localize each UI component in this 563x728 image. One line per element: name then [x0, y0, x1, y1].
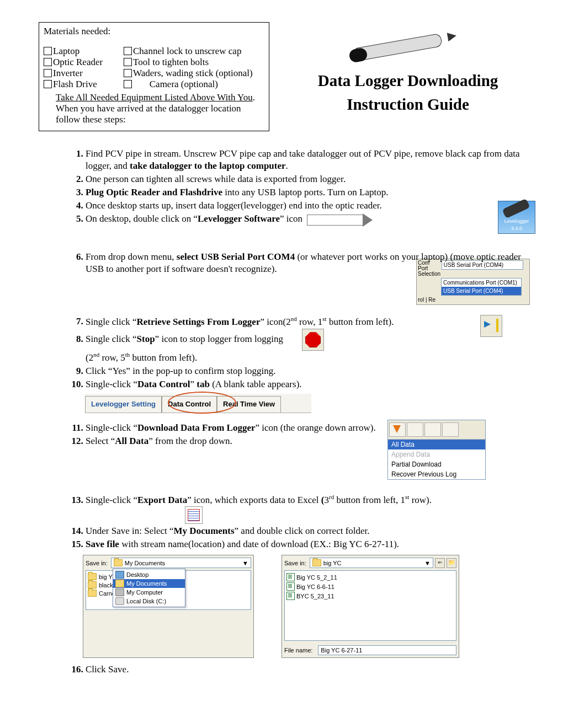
download-arrow-icon[interactable]: [389, 422, 406, 437]
folder-icon: [88, 590, 97, 597]
step-8: Single click “Stop” icon to stop logger …: [86, 329, 530, 364]
nav-back-button[interactable]: ⇐: [435, 558, 445, 568]
material-item: Optic Reader: [53, 57, 103, 67]
material-item: Tool to tighten bolts: [133, 57, 209, 67]
step-16: Click Save.: [86, 663, 530, 676]
excel-file-icon: [286, 592, 295, 600]
checkbox[interactable]: [44, 69, 52, 77]
material-item: Channel lock to unscrew cap: [133, 46, 241, 56]
checkbox[interactable]: [44, 58, 52, 66]
step-2: One person can tighten all screws while …: [86, 173, 530, 185]
folder-icon: [88, 581, 97, 588]
step-3: Plug Optic Reader and Flashdrive into an…: [86, 186, 530, 199]
tab-data-control[interactable]: Data Control: [162, 396, 217, 413]
file-item[interactable]: BYC 5_23_11: [296, 593, 334, 599]
material-item: Flash Drive: [53, 79, 97, 89]
step-15: Save file with stream name(location) and…: [86, 538, 530, 550]
save-dialog-1: Save in: My Documents▼ big YC blackli Ca…: [83, 555, 254, 658]
com-port-dropdown[interactable]: Com Port Selection USB Serial Port (COM4…: [416, 259, 530, 305]
export-data-icon[interactable]: [185, 506, 203, 524]
nav-up-button[interactable]: 📁: [447, 558, 456, 568]
step-13: Single-click “Export Data” icon, which e…: [86, 493, 530, 524]
material-item: Waders, wading stick (optional): [133, 68, 253, 78]
dropdown-option-selected[interactable]: All Data: [388, 440, 485, 449]
computer-icon: [115, 588, 124, 596]
folder-icon: [312, 559, 321, 566]
checkbox[interactable]: [44, 47, 52, 55]
arrow-icon: [307, 215, 363, 226]
disk-icon: [115, 597, 124, 605]
doc-title-1: Data Logger Downloading: [286, 72, 530, 90]
popup-item[interactable]: My Computer: [126, 589, 163, 596]
levelogger-pen-image: [347, 28, 469, 61]
checkbox[interactable]: [124, 69, 132, 77]
folder-icon: [88, 573, 97, 580]
checkbox[interactable]: [44, 80, 52, 88]
toolbar-button[interactable]: [407, 422, 423, 437]
com-port-option-selected[interactable]: USB Serial Port (COM4): [442, 287, 521, 295]
popup-item-selected[interactable]: My Documents: [126, 580, 167, 587]
folder-icon: [115, 580, 124, 587]
folder-popup: Desktop My Documents My Computer Local D…: [113, 569, 185, 607]
save-in-combo[interactable]: My Documents▼: [111, 558, 251, 568]
checkbox[interactable]: [124, 47, 132, 55]
material-item: Laptop: [53, 46, 79, 56]
checkbox[interactable]: [124, 58, 132, 66]
desktop-icon: [115, 571, 124, 579]
materials-title: Materials needed:: [44, 26, 264, 37]
tab-levelogger-setting[interactable]: Levelogger Setting: [85, 396, 162, 413]
step-14: Under Save in: Select “My Documents” and…: [86, 525, 530, 537]
tabs-screenshot: Levelogger Setting Data Control Real Tim…: [85, 394, 311, 413]
toolbar-button[interactable]: [424, 422, 441, 437]
save-in-combo[interactable]: big YC▼: [310, 558, 433, 568]
instruction-list: Find PCV pipe in stream. Unscrew PCV pip…: [39, 148, 530, 226]
step-7: Single click “Retrieve Settings From Log…: [86, 315, 530, 328]
dropdown-option[interactable]: Partial Download: [388, 459, 485, 469]
folder-icon: [114, 559, 123, 566]
checkbox[interactable]: [124, 80, 132, 88]
material-item: Inverter: [53, 68, 83, 78]
dropdown-option[interactable]: Append Data: [388, 449, 485, 459]
popup-item[interactable]: Local Disk (C:): [126, 598, 166, 604]
step-1: Find PCV pipe in stream. Unscrew PCV pip…: [86, 148, 530, 172]
excel-file-icon: [286, 582, 295, 591]
stop-icon[interactable]: [302, 329, 324, 351]
excel-file-icon: [286, 573, 295, 581]
file-item[interactable]: Big YC 6-6-11: [296, 584, 334, 590]
materials-box: Materials needed: Laptop Optic Reader In…: [39, 22, 269, 131]
tab-real-time-view[interactable]: Real Time View: [217, 396, 281, 413]
retrieve-settings-icon[interactable]: [480, 315, 502, 337]
doc-title-2: Instruction Guide: [286, 95, 530, 114]
materials-note-underline: Take All Needed Equipment Listed Above W…: [56, 92, 253, 103]
step-10: Single-click “Data Control” tab (A blank…: [86, 378, 530, 390]
step-6: From drop down menu, select USB Serial P…: [86, 251, 530, 305]
material-item: Camera (optional): [150, 79, 218, 89]
file-item[interactable]: Big YC 5_2_11: [296, 574, 337, 581]
step-5: On desktop, double click on “Levelogger …: [86, 213, 530, 225]
save-dialog-2: Save in: big YC▼ ⇐ 📁 Big YC 5_2_11 Big Y…: [282, 555, 459, 658]
com-port-option[interactable]: Communications Port (COM1): [442, 279, 521, 287]
levelogger-software-icon[interactable]: Levelogger 3.4.0: [498, 201, 535, 234]
download-data-dropdown[interactable]: All Data Append Data Partial Download Re…: [387, 420, 486, 480]
step-9: Click “Yes” in the pop-up to confirm sto…: [86, 365, 530, 377]
filename-label: File name:: [284, 647, 312, 654]
toolbar-button[interactable]: [442, 422, 459, 437]
dropdown-option[interactable]: Recover Previous Log: [388, 469, 485, 479]
popup-item[interactable]: Desktop: [126, 571, 148, 578]
filename-input[interactable]: Big YC 6-27-11: [318, 645, 456, 655]
step-4: Once desktop starts up, insert data logg…: [86, 200, 530, 212]
